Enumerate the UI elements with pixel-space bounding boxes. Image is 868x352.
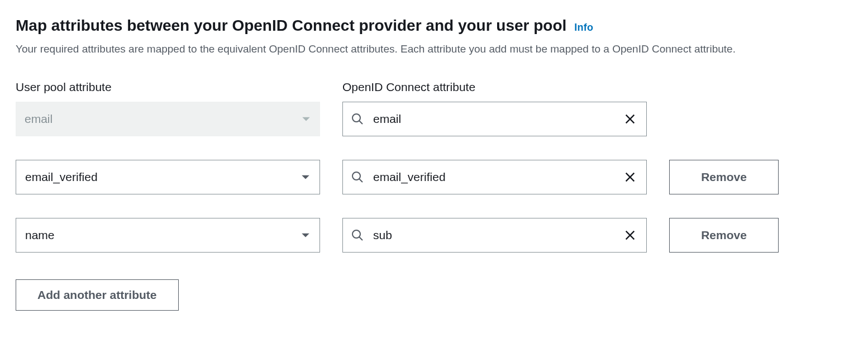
svg-line-9 [359, 237, 363, 240]
user-pool-attribute-select[interactable]: name [16, 218, 320, 253]
oidc-input-field[interactable] [373, 112, 622, 126]
chevron-down-icon [301, 114, 311, 124]
user-pool-attribute-select: email [16, 102, 320, 136]
remove-button[interactable]: Remove [669, 218, 779, 253]
column-header-user-pool: User pool attribute [16, 80, 320, 94]
chevron-down-icon [301, 230, 311, 240]
attribute-row: email_verified Remove [16, 160, 852, 194]
oidc-attribute-input[interactable] [342, 160, 647, 194]
chevron-down-icon [301, 172, 311, 182]
remove-button[interactable]: Remove [669, 160, 779, 194]
info-link[interactable]: Info [574, 22, 593, 34]
svg-point-8 [352, 230, 360, 238]
select-value: name [25, 229, 301, 242]
add-attribute-button[interactable]: Add another attribute [16, 279, 179, 311]
clear-icon[interactable] [622, 227, 638, 244]
search-icon [351, 229, 364, 242]
search-icon [351, 112, 364, 126]
clear-icon[interactable] [622, 111, 638, 127]
oidc-input-field[interactable] [373, 170, 622, 184]
search-icon [351, 170, 364, 184]
clear-icon[interactable] [622, 169, 638, 185]
page-subtitle: Your required attributes are mapped to t… [16, 41, 852, 57]
svg-point-4 [352, 172, 360, 180]
select-value: email [25, 112, 301, 126]
svg-line-5 [359, 179, 363, 182]
oidc-input-field[interactable] [373, 229, 622, 242]
svg-point-0 [352, 114, 360, 122]
column-header-oidc: OpenID Connect attribute [342, 80, 647, 94]
select-value: email_verified [25, 170, 301, 184]
svg-line-1 [359, 121, 363, 124]
oidc-attribute-input[interactable] [342, 218, 647, 253]
oidc-attribute-input[interactable] [342, 102, 647, 136]
user-pool-attribute-select[interactable]: email_verified [16, 160, 320, 194]
attribute-row: name Remove [16, 218, 852, 253]
attribute-row: email [16, 102, 852, 136]
page-title: Map attributes between your OpenID Conne… [16, 16, 566, 36]
